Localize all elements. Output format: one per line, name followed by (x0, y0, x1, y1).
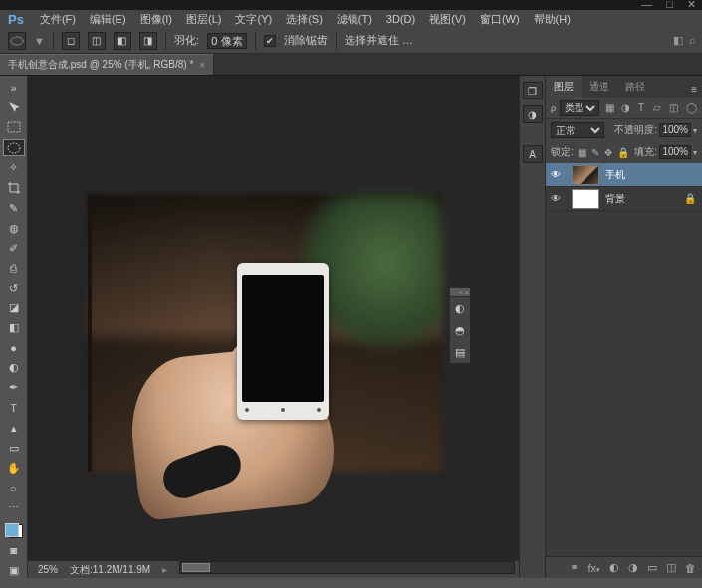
layer-mask-icon[interactable]: ◐ (609, 561, 619, 574)
rect-marquee-tool[interactable] (3, 119, 25, 135)
magic-wand-tool[interactable]: ✧ (3, 160, 25, 176)
antialias-checkbox[interactable]: ✔ (264, 35, 276, 47)
filter-adjust-icon[interactable]: ◑ (619, 102, 631, 114)
path-select-tool[interactable]: ▴ (3, 420, 25, 436)
menu-view[interactable]: 视图(V) (423, 10, 472, 29)
quickmask-tool[interactable]: ◙ (3, 542, 25, 558)
type-tool[interactable]: T (3, 400, 25, 416)
pen-tool[interactable]: ✒ (3, 380, 25, 396)
rectangle-tool[interactable]: ▭ (3, 440, 25, 456)
arrange-icon[interactable]: » (3, 80, 25, 96)
filter-smart-icon[interactable]: ◫ (667, 102, 679, 114)
zoom-tool[interactable]: ⌕ (3, 480, 25, 495)
eraser-tool[interactable]: ◪ (3, 299, 25, 315)
selection-intersect-icon[interactable]: ◨ (139, 32, 157, 50)
menu-file[interactable]: 文件(F) (34, 10, 82, 29)
selection-new-icon[interactable]: ◻ (62, 32, 80, 50)
canvas-area[interactable]: « × ◐ ◓ ▤ 25% 文档:11.2M/11.9M ▸ (28, 76, 519, 578)
move-tool[interactable] (3, 99, 25, 115)
new-layer-icon[interactable]: ◫ (666, 561, 676, 574)
selection-add-icon[interactable]: ◫ (88, 32, 106, 50)
context-tool-2[interactable]: ◓ (450, 319, 470, 341)
filter-image-icon[interactable]: ▦ (603, 102, 615, 114)
history-brush-tool[interactable]: ↺ (3, 280, 25, 295)
layer-thumb[interactable] (572, 165, 599, 185)
menu-filter[interactable]: 滤镜(T) (331, 10, 378, 29)
layer-kind-select[interactable]: 类型 (560, 100, 599, 116)
opacity-input[interactable]: 100% (659, 123, 691, 137)
eyedropper-tool[interactable]: ✎ (3, 200, 25, 216)
brush-tool[interactable]: ✐ (3, 240, 25, 256)
filter-toggle-icon[interactable]: ◯ (685, 102, 697, 114)
layer-name[interactable]: 背景 (605, 192, 625, 206)
context-panel[interactable]: « × ◐ ◓ ▤ (449, 287, 471, 364)
adjustment-layer-icon[interactable]: ◑ (628, 561, 638, 574)
lock-artboard-icon[interactable]: ✥ (604, 147, 612, 158)
search-icon[interactable]: ⌕ (689, 34, 696, 47)
clone-tool[interactable]: ⎙ (3, 260, 25, 276)
menu-select[interactable]: 选择(S) (280, 10, 329, 29)
dock-properties-icon[interactable]: ◑ (523, 105, 543, 123)
menu-edit[interactable]: 编辑(E) (84, 10, 132, 29)
menu-type[interactable]: 文字(Y) (229, 10, 278, 29)
tab-channels[interactable]: 通道 (582, 76, 617, 98)
lasso-tool[interactable] (3, 139, 25, 155)
layer-item-phone[interactable]: 👁 手机 (546, 163, 702, 187)
healing-tool[interactable]: ◍ (3, 220, 25, 236)
visibility-icon[interactable]: 👁 (546, 169, 566, 180)
h-scrollbar-thumb[interactable] (182, 563, 210, 572)
layer-thumb[interactable] (572, 189, 599, 209)
tab-paths[interactable]: 路径 (617, 76, 653, 98)
lock-pixels-icon[interactable]: ▦ (578, 147, 586, 158)
delete-layer-icon[interactable]: 🗑 (685, 562, 696, 574)
link-layers-icon[interactable]: ⚭ (570, 561, 579, 574)
context-tool-1[interactable]: ◐ (450, 297, 470, 319)
zoom-level[interactable]: 25% (38, 564, 58, 575)
blend-mode-select[interactable]: 正常 (551, 122, 604, 138)
gradient-tool[interactable]: ◧ (3, 320, 25, 336)
dock-character-icon[interactable]: A (523, 145, 543, 163)
fill-input[interactable]: 100% (659, 145, 691, 159)
menu-layer[interactable]: 图层(L) (180, 10, 227, 29)
foreground-color[interactable] (5, 523, 19, 537)
lock-position-icon[interactable]: ✎ (591, 147, 599, 158)
hand-tool[interactable]: ✋ (3, 460, 25, 476)
dodge-tool[interactable]: ◐ (3, 360, 25, 376)
dock-history-icon[interactable]: ❐ (523, 82, 543, 99)
visibility-icon[interactable]: 👁 (546, 193, 566, 204)
group-icon[interactable]: ▭ (647, 561, 657, 574)
blur-tool[interactable]: ● (3, 340, 25, 356)
screenmode-tool[interactable]: ▣ (3, 562, 25, 578)
menu-image[interactable]: 图像(I) (134, 10, 178, 29)
canvas[interactable] (88, 195, 442, 472)
doc-info[interactable]: 文档:11.2M/11.9M (70, 563, 150, 577)
filter-shape-icon[interactable]: ▱ (651, 102, 663, 114)
context-panel-header[interactable]: « × (450, 288, 470, 297)
active-tool-icon[interactable] (8, 32, 26, 50)
layer-item-background[interactable]: 👁 背景 🔒 (546, 187, 702, 211)
menu-help[interactable]: 帮助(H) (528, 10, 577, 29)
close-tab-icon[interactable]: × (199, 60, 205, 71)
color-swatch[interactable] (5, 523, 23, 537)
workspace-icon[interactable]: ◧ (673, 34, 683, 47)
panel-menu-icon[interactable]: ≡ (686, 81, 702, 98)
crop-tool[interactable] (3, 180, 25, 196)
edit-toolbar-icon[interactable]: ⋯ (3, 499, 25, 515)
menu-window[interactable]: 窗口(W) (474, 10, 526, 29)
menu-3d[interactable]: 3D(D) (380, 11, 421, 27)
maximize-button[interactable]: □ (666, 0, 673, 11)
document-tab[interactable]: 手机创意合成.psd @ 25% (手机, RGB/8) * × (0, 54, 214, 75)
layer-name[interactable]: 手机 (605, 168, 625, 182)
close-button[interactable]: ✕ (687, 0, 696, 11)
selection-subtract-icon[interactable]: ◧ (114, 32, 131, 50)
context-tool-3[interactable]: ▤ (450, 341, 470, 363)
minimize-button[interactable]: — (641, 0, 652, 11)
filter-type-icon[interactable]: T (635, 102, 647, 114)
h-scrollbar[interactable] (179, 561, 515, 574)
lock-all-icon[interactable]: 🔒 (617, 147, 629, 158)
toolbox: » ✧ ✎ ◍ ✐ ⎙ ↺ ◪ ◧ ● ◐ ✒ T ▴ ▭ ✋ ⌕ ⋯ ◙ ▣ (0, 76, 28, 578)
select-and-mask-button[interactable]: 选择并遮住 … (345, 33, 413, 48)
feather-input[interactable]: 0 像素 (207, 33, 247, 49)
layer-fx-icon[interactable]: fx▾ (587, 562, 600, 574)
tab-layers[interactable]: 图层 (546, 76, 582, 98)
